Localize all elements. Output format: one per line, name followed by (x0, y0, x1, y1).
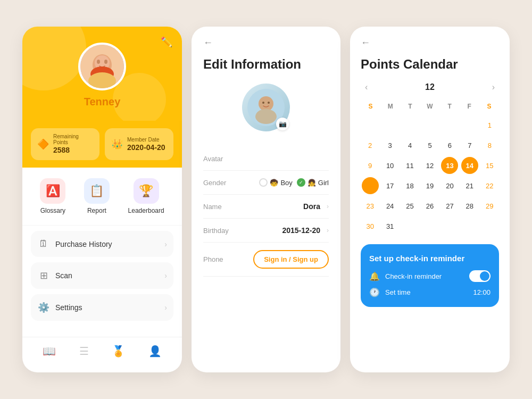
edit-avatar-section: 📷 (242, 84, 290, 131)
calendar-cell[interactable]: 8 (480, 136, 499, 155)
calendar-cell[interactable]: 11 (401, 156, 419, 175)
birthday-value-wrap: 2015-12-20 › (240, 226, 329, 235)
calendar-cell[interactable]: 5 (420, 136, 439, 155)
leaderboard-icon-wrap: 🏆 (134, 178, 159, 204)
menu-item-scan[interactable]: ⊞ Scan › (31, 262, 173, 289)
set-time-label: Set time (385, 288, 468, 296)
sign-in-button[interactable]: Sign in / Sign up (253, 250, 329, 269)
bottom-nav-book[interactable]: 📖 (43, 345, 56, 358)
svg-point-3 (97, 60, 100, 64)
header-wed: W (420, 101, 439, 112)
calendar-cell[interactable]: 21 (460, 176, 479, 195)
action-report[interactable]: 📋 Report (84, 178, 110, 214)
edit-profile-icon[interactable]: ✏️ (161, 36, 172, 48)
calendar-cell[interactable] (380, 115, 399, 135)
calendar-cell[interactable]: 23 (361, 196, 379, 215)
calendar-cell[interactable]: 10 (380, 156, 399, 175)
calendar-cell[interactable]: 13 (440, 156, 459, 175)
scan-chevron: › (164, 271, 167, 280)
scan-label: Scan (55, 271, 159, 280)
girl-radio[interactable]: ✓ (297, 178, 305, 187)
calendar-cell[interactable] (480, 217, 499, 236)
name-value: Dora (303, 202, 320, 211)
calendar-cell[interactable]: 31 (380, 217, 399, 236)
action-leaderboard[interactable]: 🏆 Leaderboard (128, 178, 164, 214)
edit-page-title: Edit Information (203, 57, 329, 72)
bottom-nav-badge[interactable]: 🏅 (112, 345, 125, 358)
edit-back-button[interactable]: ← (203, 37, 213, 48)
edit-avatar[interactable]: 📷 (242, 84, 290, 131)
calendar-cell[interactable]: 1 (480, 115, 499, 135)
calendar-cell[interactable]: 19 (420, 176, 439, 195)
calendar-cell[interactable]: 12 (420, 156, 439, 175)
check-in-toggle[interactable] (469, 270, 491, 282)
profile-header: ✏️ Tenney (22, 27, 182, 121)
gender-label: Gender (203, 179, 240, 187)
calendar-cell[interactable] (361, 115, 379, 135)
gender-girl-option[interactable]: ✓ 👧 Girl (297, 178, 329, 187)
calendar-cell[interactable]: 16 (361, 176, 379, 195)
report-icon-wrap: 📋 (84, 178, 110, 204)
menu-item-purchase-history[interactable]: 🗓 Purchase History › (31, 231, 173, 257)
calendar-cell[interactable] (401, 217, 419, 236)
calendar-cell[interactable]: 2 (361, 136, 379, 155)
calendar-cell[interactable] (460, 217, 479, 236)
menu-item-settings[interactable]: ⚙️ Settings › (31, 294, 173, 321)
calendar-cell[interactable]: 14 (460, 156, 479, 175)
member-text: Member Date 2020-04-20 (127, 137, 165, 152)
calendar-cell[interactable]: 15 (480, 156, 499, 175)
calendar-cell[interactable]: 9 (361, 156, 379, 175)
report-icon: 📋 (89, 184, 104, 198)
calendar-cell[interactable]: 17 (380, 176, 399, 195)
leaderboard-icon: 🏆 (139, 184, 153, 198)
phone-label: Phone (203, 255, 240, 263)
calendar-cell[interactable]: 22 (480, 176, 499, 195)
calendar-cell[interactable] (460, 115, 479, 135)
calendar-cell[interactable] (420, 115, 439, 135)
girl-avatar: 👧 (307, 179, 316, 187)
header-mon: M (380, 101, 400, 112)
birthday-chevron: › (327, 227, 329, 234)
calendar-cell[interactable]: 27 (440, 196, 459, 215)
clock-icon: 🕐 (369, 287, 380, 297)
birthday-row[interactable]: Birthday 2015-12-20 › (203, 219, 329, 243)
bell-icon: 🔔 (369, 271, 380, 281)
calendar-cell[interactable]: 24 (380, 196, 399, 215)
calendar-cell[interactable]: 20 (440, 176, 459, 195)
calendar-cell[interactable]: 30 (361, 217, 379, 236)
calendar-cell[interactable]: 4 (401, 136, 419, 155)
profile-panel: ✏️ Tenney (22, 27, 182, 372)
member-label: Member Date (127, 137, 165, 143)
calendar-cell[interactable]: 29 (480, 196, 499, 215)
calendar-cell[interactable] (420, 217, 439, 236)
calendar-panel: ← Points Calendar ‹ 12 › S M T W T F S 1… (350, 27, 510, 372)
calendar-cell[interactable] (440, 115, 459, 135)
phone-row: Phone Sign in / Sign up (203, 243, 329, 277)
calendar-grid: S M T W T F S 12345678910111213141516171… (361, 101, 499, 236)
bottom-nav-menu[interactable]: ☰ (79, 345, 89, 358)
calendar-cell[interactable] (440, 217, 459, 236)
bottom-nav-profile[interactable]: 👤 (148, 345, 162, 358)
calendar-cell[interactable]: 28 (460, 196, 479, 215)
avatar-label: Avatar (203, 155, 240, 163)
calendar-cell[interactable]: 6 (440, 136, 459, 155)
prev-month-button[interactable]: ‹ (361, 80, 372, 94)
boy-radio[interactable] (259, 178, 268, 187)
settings-chevron: › (164, 303, 167, 312)
name-row[interactable]: Name Dora › (203, 195, 329, 219)
calendar-back-button[interactable]: ← (361, 37, 370, 48)
bottom-nav: 📖 ☰ 🏅 👤 (22, 337, 182, 365)
next-month-button[interactable]: › (488, 80, 499, 94)
calendar-cell[interactable]: 7 (460, 136, 479, 155)
calendar-cell[interactable] (401, 115, 419, 135)
calendar-cell[interactable]: 25 (401, 196, 419, 215)
gender-boy-option[interactable]: 🧒 Boy (259, 178, 292, 187)
name-value-wrap: Dora › (240, 202, 329, 211)
header-fri: F (460, 101, 479, 112)
calendar-cell[interactable]: 18 (401, 176, 419, 195)
menu-list: 🗓 Purchase History › ⊞ Scan › ⚙️ Setting… (22, 226, 182, 331)
camera-icon[interactable]: 📷 (276, 118, 289, 130)
calendar-cell[interactable]: 3 (380, 136, 399, 155)
action-glossary[interactable]: 🅰️ Glossary (40, 178, 65, 214)
calendar-cell[interactable]: 26 (420, 196, 439, 215)
